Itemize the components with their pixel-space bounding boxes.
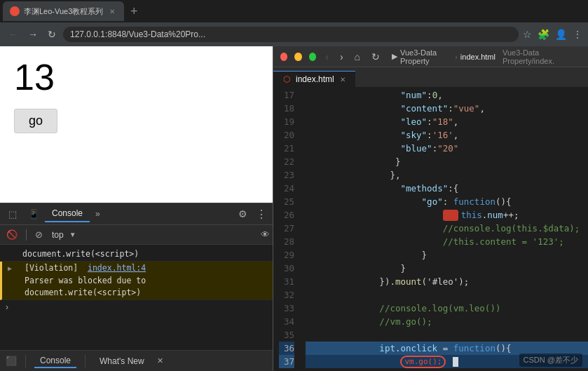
tab-title: 李渊Leo-Vue3教程系列 [24,6,103,17]
tab-favicon [10,6,20,16]
vscode-titlebar: ‹ › ⌂ ↻ ▶ Vue3-Data Property › index.htm… [273,46,588,67]
forward-button[interactable]: → [25,27,41,41]
traffic-light-yellow[interactable] [294,53,301,61]
context-chevron: ▼ [69,231,76,238]
bottom-bar-separator2 [85,355,86,367]
csdn-watermark: CSDN @差不少 [519,353,582,367]
console-warning-line: ▶ [Violation] index.html:4 Parser was bl… [0,262,273,300]
more-options-icon[interactable]: ⋮ [253,205,270,224]
page-number: 13 [14,58,259,97]
console-prompt[interactable]: › [0,300,273,314]
violation-link[interactable]: index.html:4 [88,263,146,273]
devtools-bottom-bar: ⬛ Console What's New ✕ [0,350,273,371]
traffic-light-red[interactable] [280,53,287,61]
toolbar-icons: ☆ 🧩 👤 ⋮ [523,29,582,40]
vscode-home-button[interactable]: ⌂ [353,51,362,62]
page-display: 13 go [0,46,273,203]
new-tab-button[interactable]: + [125,3,142,20]
code-line-38: //vm.content = 30; [306,368,588,371]
console-tab[interactable]: Console [45,205,90,222]
red-annotation [443,210,458,221]
bottom-bar-separator [25,355,26,367]
path-root: ▶ [392,52,397,61]
vscode-tab-index-html[interactable]: ⬡ index.html ✕ [273,71,355,87]
vscode-forward-button[interactable]: › [338,51,346,62]
code-content[interactable]: "num":0, "content":"vue", "leo":"18", "s… [303,87,588,371]
profile-icon[interactable]: 👤 [555,29,567,40]
tab-close-button[interactable]: ✕ [107,6,117,16]
vscode-breadcrumb: ▶ Vue3-Data Property › index.html [392,48,495,65]
vscode-window-title: Vue3-Data Property/index. [502,48,581,65]
inspect-icon[interactable]: ⬚ [3,204,22,224]
circle-annotation: vm.go(); [400,356,446,368]
code-editor[interactable]: 17 18 19 20 21 22 23 24 25 26 27 28 29 3… [273,87,588,371]
toolbar-separator [26,229,27,241]
address-input[interactable] [63,27,519,42]
whats-new-tab[interactable]: What's New [94,355,150,367]
more-tabs-button[interactable]: » [91,206,104,222]
console-output: document.write(<script>) ▶ [Violation] i… [0,245,273,350]
console-line: document.write(<script>) [0,248,273,262]
text-cursor [453,357,458,367]
right-panel: ‹ › ⌂ ↻ ▶ Vue3-Data Property › index.htm… [273,46,588,371]
left-panel: 13 go ⬚ 📱 Console » ⚙ ⋮ 🚫 ⊘ top ▼ 👁 [0,46,273,371]
vscode-tab-label: index.html [296,74,334,84]
go-button[interactable]: go [14,109,57,133]
back-button[interactable]: ← [6,27,21,41]
address-bar: ← → ↻ ☆ 🧩 👤 ⋮ [0,22,588,46]
vscode-refresh-icon[interactable]: ↻ [369,51,382,62]
clear-console-icon[interactable]: 🚫 [3,228,21,241]
refresh-button[interactable]: ↻ [45,27,59,41]
tab-close-icon[interactable]: ✕ [340,76,346,83]
path-folder: Vue3-Data Property [400,48,452,65]
devtools-toolbar: 🚫 ⊘ top ▼ 👁 [0,225,273,245]
active-tab[interactable]: 李渊Leo-Vue3教程系列 ✕ [3,1,124,21]
tab-html-icon: ⬡ [283,74,290,84]
vscode-back-button[interactable]: ‹ [323,51,331,62]
context-selector[interactable]: top [49,230,67,240]
vscode-tab-bar: ⬡ index.html ✕ [273,67,588,87]
main-content: 13 go ⬚ 📱 Console » ⚙ ⋮ 🚫 ⊘ top ▼ 👁 [0,46,588,371]
eye-icon[interactable]: 👁 [261,229,270,240]
settings-icon[interactable]: ⚙ [234,205,252,222]
extension-icon[interactable]: 🧩 [538,29,549,40]
browser-chrome: 李渊Leo-Vue3教程系列 ✕ + ← → ↻ ☆ 🧩 👤 ⋮ [0,0,588,46]
code-line-31: }).mount('#leo'); [306,275,588,288]
traffic-light-green[interactable] [309,53,316,61]
filter-icon[interactable]: ⊘ [32,228,46,241]
console-bottom-tab[interactable]: Console [34,354,76,368]
bookmark-icon[interactable]: ☆ [523,29,532,40]
whats-new-close[interactable]: ✕ [157,356,163,365]
devtools-tab-bar: ⬚ 📱 Console » ⚙ ⋮ [0,203,273,225]
console-bottom-icon[interactable]: ⬛ [6,356,17,366]
devtools-panel: ⬚ 📱 Console » ⚙ ⋮ 🚫 ⊘ top ▼ 👁 docu [0,203,273,371]
device-icon[interactable]: 📱 [24,204,43,224]
line-numbers: 17 18 19 20 21 22 23 24 25 26 27 28 29 3… [273,87,303,371]
code-line-34: //vm.go(); [306,315,588,328]
tab-bar: 李渊Leo-Vue3教程系列 ✕ + [0,0,588,22]
menu-icon[interactable]: ⋮ [573,29,582,40]
path-file: index.html [460,53,495,61]
